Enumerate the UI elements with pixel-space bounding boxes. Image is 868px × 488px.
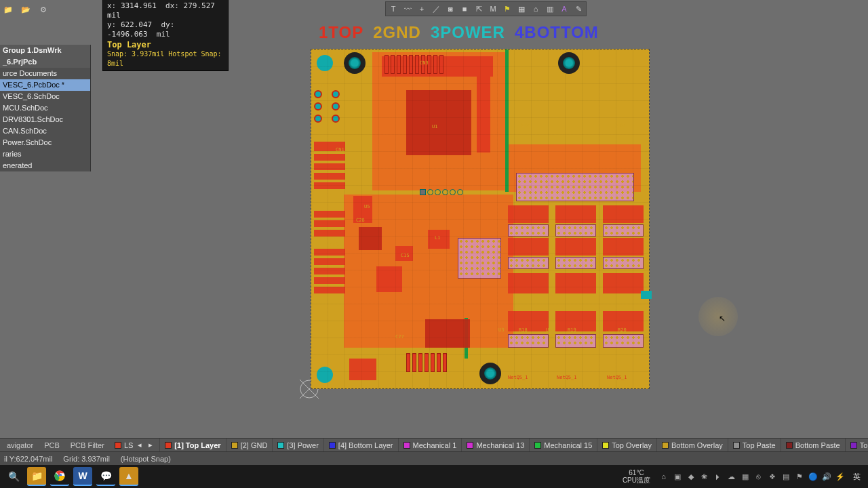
taskbar[interactable]: 🔍 📁 W 💬 ▲ 61°C CPU温度 ⌂▣◆❀⏵☁▦⎋❖▤⚑🔵🔊⚡ 英 — [0, 465, 868, 488]
tool-pad-icon[interactable]: ◙ — [444, 3, 456, 14]
layer-tab[interactable]: Mechanical 1 — [399, 439, 462, 451]
tree-node[interactable]: raries — [0, 148, 90, 160]
open2-icon[interactable]: 📂 — [20, 4, 31, 15]
header — [406, 353, 447, 372]
des-u1: U1 — [432, 124, 437, 129]
layer-tab[interactable]: Top Solder — [846, 439, 868, 451]
layer-tab[interactable]: Mechanical 15 — [530, 439, 597, 451]
tool-m-icon[interactable]: M — [487, 3, 499, 14]
layer-tab[interactable]: Top Overlay — [597, 439, 657, 451]
tray-icon[interactable]: 🔊 — [821, 472, 831, 482]
tree-node[interactable]: enerated — [0, 160, 90, 171]
tray-icon[interactable]: 🔵 — [808, 472, 818, 482]
tool-line-icon[interactable]: ／ — [430, 3, 442, 14]
panel-tab[interactable]: PCB Filter — [65, 439, 110, 451]
tray-icon[interactable]: ❀ — [699, 472, 709, 482]
top-icon-bar: 📁 📂 ⚙ — [3, 4, 49, 15]
tray-icon[interactable]: ▤ — [781, 472, 791, 482]
tray-icon[interactable]: ⚑ — [794, 472, 804, 482]
pin-row — [420, 189, 463, 195]
via-array — [516, 173, 634, 201]
pad — [314, 277, 345, 284]
tree-node[interactable]: CAN.SchDoc — [0, 125, 90, 137]
layer-tab[interactable]: [4] Bottom Layer — [324, 439, 399, 451]
layer-tab[interactable]: [2] GND — [226, 439, 273, 451]
cpu-temp[interactable]: 61°C CPU温度 — [623, 469, 650, 484]
tool-pen-icon[interactable]: ✎ — [572, 3, 585, 14]
tray-icon[interactable]: ☁ — [726, 472, 736, 482]
tray-icon[interactable]: ⚡ — [835, 472, 845, 482]
panel-tab[interactable]: PCB — [39, 439, 65, 451]
component — [425, 319, 470, 348]
layer-tab[interactable]: [1] Top Layer — [160, 439, 226, 451]
des-c15: C15 — [401, 253, 410, 258]
open-icon[interactable]: 📁 — [3, 4, 14, 15]
project-tree[interactable]: Group 1.DsnWrk_6.PrjPcburce DocumentsVES… — [0, 45, 91, 171]
tray-icon[interactable]: ⎋ — [753, 472, 764, 482]
tool-flag-icon[interactable]: ⚑ — [501, 3, 513, 14]
layer-tab[interactable]: [3] Power — [273, 439, 323, 451]
layer-tab[interactable]: Bottom Paste — [781, 439, 846, 451]
tool-dim-icon[interactable]: ⇱ — [473, 3, 485, 14]
tool-text-icon[interactable]: T — [387, 3, 399, 14]
taskbar-altium-icon[interactable]: ▲ — [119, 467, 138, 486]
layer-tab[interactable]: Bottom Overlay — [657, 439, 728, 451]
prev-layer-icon[interactable]: ◂ — [136, 441, 144, 449]
tray-icon[interactable]: ⌂ — [658, 472, 669, 482]
title-gnd: 2GND — [373, 23, 421, 42]
tree-node[interactable]: urce Documents — [0, 68, 90, 79]
pad — [314, 268, 345, 274]
layer-swatch — [277, 442, 284, 449]
tray-icon[interactable]: ▦ — [740, 472, 750, 482]
tree-node[interactable]: Group 1.DsnWrk — [0, 45, 90, 56]
des-net2: NetQ5_1 — [557, 375, 577, 380]
des-c28: C28 — [356, 218, 365, 223]
tool-door-icon[interactable]: ⌂ — [530, 3, 542, 14]
taskbar-chrome-icon[interactable] — [50, 467, 69, 486]
des-l1: L1 — [435, 235, 440, 241]
tree-node[interactable]: DRV8301.SchDoc — [0, 114, 90, 125]
pcb-canvas[interactable]: C46 C45 CN3 U1 CN1 CN2 L1 C27 C28 C15 U5… — [311, 49, 650, 389]
tray-icon[interactable]: ▣ — [672, 472, 682, 482]
des-r20: R20 — [618, 327, 627, 333]
layer-tab[interactable]: Top Paste — [728, 439, 781, 451]
tool-trace-icon[interactable]: 〰 — [401, 3, 414, 14]
taskbar-search-icon[interactable]: 🔍 — [4, 467, 23, 486]
taskbar-wechat-icon[interactable]: 💬 — [96, 467, 115, 486]
tree-node[interactable]: VESC_6.SchDoc — [0, 91, 90, 102]
tool-plus-icon[interactable]: + — [416, 3, 428, 14]
dy-label: dy: — [161, 20, 174, 29]
tool-grid-icon[interactable]: ▥ — [544, 3, 556, 14]
tree-node[interactable]: _6.PrjPcb — [0, 56, 90, 68]
layer-swatch — [662, 442, 669, 449]
layer-tabs[interactable]: avigatorPCBPCB FilterLS◂▸[1] Top Layer[2… — [0, 438, 868, 451]
layer-tab[interactable]: Mechanical 13 — [462, 439, 530, 451]
layer-label: Mechanical 13 — [476, 441, 524, 449]
layer-label: LS — [124, 441, 133, 449]
gear-icon[interactable]: ⚙ — [38, 4, 49, 15]
via-array — [458, 238, 501, 279]
tree-node[interactable]: VESC_6.PcbDoc * — [0, 79, 90, 91]
tool-rect-icon[interactable]: ■ — [458, 3, 471, 14]
ime-indicator[interactable]: 英 — [849, 467, 864, 486]
tool-block-icon[interactable]: ▦ — [515, 3, 528, 14]
layer-label: [3] Power — [287, 441, 318, 449]
tree-node[interactable]: Power.SchDoc — [0, 137, 90, 148]
des-r18: R18 — [519, 327, 528, 333]
tray-icon[interactable]: ◆ — [686, 472, 696, 482]
tray-icon[interactable]: ❖ — [767, 472, 777, 482]
layer-label: Bottom Overlay — [671, 441, 723, 449]
taskbar-word-icon[interactable]: W — [73, 467, 92, 486]
tool-a-icon[interactable]: A — [558, 3, 570, 14]
taskbar-files-icon[interactable]: 📁 — [27, 467, 46, 486]
copper-region — [477, 77, 490, 152]
layer-tab[interactable]: LS◂▸ — [110, 439, 160, 451]
layer-swatch — [786, 442, 793, 449]
tray-icon[interactable]: ⏵ — [713, 472, 723, 482]
tree-node[interactable]: MCU.SchDoc — [0, 102, 90, 114]
next-layer-icon[interactable]: ▸ — [146, 441, 155, 449]
status-coord: il Y:622.047mil — [4, 455, 52, 463]
panel-tab[interactable]: avigator — [1, 439, 39, 451]
system-tray[interactable]: ⌂▣◆❀⏵☁▦⎋❖▤⚑🔵🔊⚡ — [658, 472, 845, 482]
layer-swatch — [534, 442, 541, 449]
